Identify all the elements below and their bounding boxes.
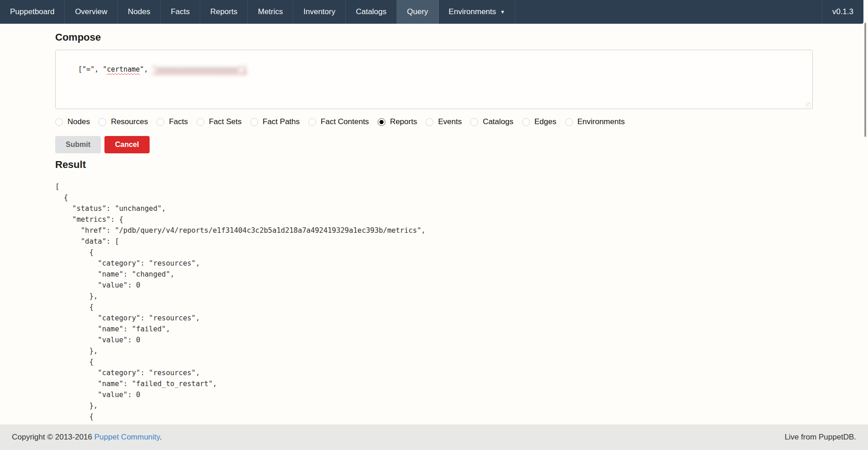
radio-option-catalogs[interactable]: Catalogs <box>470 117 513 126</box>
nav-item-label: Environments <box>449 7 496 16</box>
nav-item-label: Reports <box>210 7 238 16</box>
nav-item-label: Catalogs <box>356 7 386 16</box>
nav-item-inventory[interactable]: Inventory <box>293 0 346 24</box>
radio-label: Events <box>438 117 462 126</box>
radio-icon <box>197 118 204 126</box>
navbar-right: v0.1.3 <box>822 0 863 24</box>
radio-label: Environments <box>577 117 625 126</box>
radio-label: Reports <box>390 117 417 126</box>
radio-option-fact-contents[interactable]: Fact Contents <box>308 117 369 126</box>
nav-item-metrics[interactable]: Metrics <box>248 0 293 24</box>
scrollbar-thumb[interactable] <box>864 23 866 137</box>
nav-item-nodes[interactable]: Nodes <box>118 0 161 24</box>
navbar-brand[interactable]: Puppetboard <box>0 0 65 24</box>
result-title: Result <box>55 159 813 171</box>
compose-title: Compose <box>55 31 813 43</box>
radio-selected-icon <box>378 118 385 126</box>
radio-label: Edges <box>535 117 556 126</box>
nav-item-environments[interactable]: Environments ▼ <box>439 0 516 24</box>
nav-item-reports[interactable]: Reports <box>200 0 248 24</box>
radio-icon <box>565 118 573 126</box>
action-buttons: Submit Cancel <box>55 136 813 153</box>
footer-copyright: Copyright © 2013-2016 Puppet Community. <box>12 433 162 442</box>
radio-icon <box>426 118 433 126</box>
submit-button[interactable]: Submit <box>55 136 101 153</box>
navbar-brand-label: Puppetboard <box>10 7 54 16</box>
query-certname-word: certname <box>107 65 140 73</box>
query-text-prefix: ["=", " <box>78 65 107 73</box>
radio-option-nodes[interactable]: Nodes <box>55 117 90 126</box>
radio-label: Fact Sets <box>209 117 242 126</box>
cancel-button[interactable]: Cancel <box>104 136 149 153</box>
textarea-resize-handle[interactable] <box>806 102 811 108</box>
version-badge: v0.1.3 <box>822 0 863 24</box>
radio-option-events[interactable]: Events <box>426 117 462 126</box>
copyright-period: . <box>160 433 162 441</box>
version-label: v0.1.3 <box>832 7 853 16</box>
radio-option-facts[interactable]: Facts <box>156 117 188 126</box>
nav-item-label: Facts <box>171 7 190 16</box>
nav-item-label: Inventory <box>303 7 335 16</box>
radio-label: Fact Paths <box>263 117 300 126</box>
nav-item-facts[interactable]: Facts <box>161 0 200 24</box>
radio-label: Catalogs <box>483 117 513 126</box>
query-text-separator: ", <box>140 65 152 73</box>
radio-icon <box>470 118 478 126</box>
radio-option-fact-sets[interactable]: Fact Sets <box>197 117 242 126</box>
query-textarea[interactable]: ["=", "certname", "xxxxxxxxxxxxxxxxxxxx"… <box>55 50 813 109</box>
main-content: Compose ["=", "certname", "xxxxxxxxxxxxx… <box>55 24 813 433</box>
copyright-text: Copyright © 2013-2016 <box>12 433 94 441</box>
chevron-down-icon: ▼ <box>500 10 505 15</box>
nav-item-label: Metrics <box>258 7 283 16</box>
radio-option-fact-paths[interactable]: Fact Paths <box>250 117 300 126</box>
radio-icon <box>308 118 316 126</box>
radio-option-edges[interactable]: Edges <box>522 117 556 126</box>
nav-item-query[interactable]: Query <box>397 0 438 24</box>
nav-item-label: Query <box>407 7 428 16</box>
endpoint-radio-group: Nodes Resources Facts Fact Sets Fact Pat… <box>55 117 813 126</box>
radio-label: Fact Contents <box>321 117 369 126</box>
result-json-output: [ { "status": "unchanged", "metrics": { … <box>55 181 813 433</box>
radio-label: Nodes <box>68 117 90 126</box>
radio-label: Resources <box>111 117 148 126</box>
nav-item-label: Overview <box>75 7 107 16</box>
page-footer: Copyright © 2013-2016 Puppet Community. … <box>0 424 868 450</box>
radio-option-resources[interactable]: Resources <box>99 117 148 126</box>
radio-icon <box>156 118 164 126</box>
radio-option-reports[interactable]: Reports <box>378 117 417 126</box>
top-navbar: Puppetboard Overview Nodes Facts Reports… <box>0 0 863 24</box>
radio-label: Facts <box>169 117 188 126</box>
radio-icon <box>55 118 63 126</box>
nav-item-label: Nodes <box>128 7 150 16</box>
puppet-community-link[interactable]: Puppet Community <box>94 433 160 441</box>
vertical-scrollbar[interactable] <box>863 0 868 450</box>
nav-item-overview[interactable]: Overview <box>65 0 118 24</box>
footer-status: Live from PuppetDB. <box>785 433 856 442</box>
radio-option-environments[interactable]: Environments <box>565 117 625 126</box>
query-redacted-value: "xxxxxxxxxxxxxxxxxxxx"] <box>152 65 247 73</box>
nav-item-catalogs[interactable]: Catalogs <box>346 0 397 24</box>
radio-icon <box>99 118 106 126</box>
radio-icon <box>522 118 530 126</box>
radio-icon <box>250 118 258 126</box>
